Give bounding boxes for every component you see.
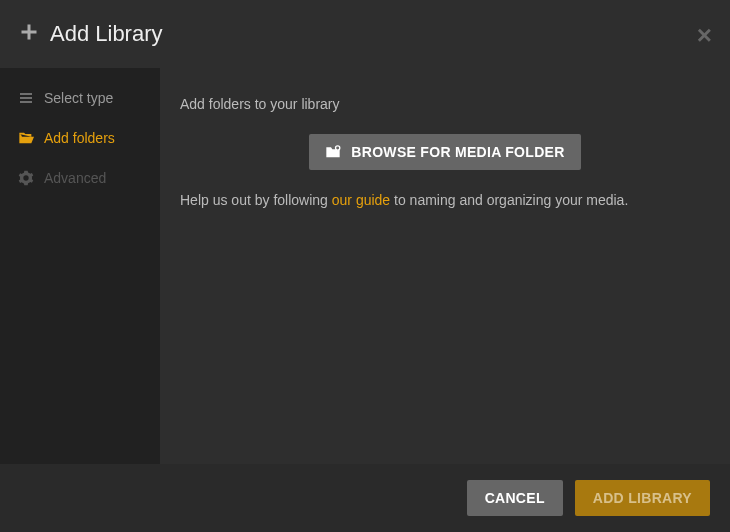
- sidebar-item-label: Add folders: [44, 130, 115, 146]
- browse-media-folder-button[interactable]: BROWSE FOR MEDIA FOLDER: [309, 134, 580, 170]
- content-description: Add folders to your library: [180, 96, 710, 112]
- help-prefix: Help us out by following: [180, 192, 332, 208]
- modal-body: Select type Add folders Advanced: [0, 68, 730, 464]
- header-title-group: Add Library: [20, 21, 163, 47]
- content-panel: Add folders to your library BROWSE FOR M…: [160, 68, 730, 464]
- sidebar-item-label: Select type: [44, 90, 113, 106]
- svg-point-5: [336, 146, 340, 150]
- svg-rect-1: [22, 31, 37, 34]
- sidebar-item-label: Advanced: [44, 170, 106, 186]
- list-icon: [18, 90, 34, 106]
- browse-row: BROWSE FOR MEDIA FOLDER: [180, 134, 710, 170]
- plus-icon: [20, 23, 38, 45]
- sidebar: Select type Add folders Advanced: [0, 68, 160, 464]
- sidebar-item-add-folders[interactable]: Add folders: [0, 118, 160, 158]
- svg-rect-4: [20, 101, 32, 102]
- folder-open-icon: [18, 130, 34, 146]
- modal-header: Add Library ×: [0, 0, 730, 68]
- guide-link[interactable]: our guide: [332, 192, 390, 208]
- add-library-modal: Add Library × Select type: [0, 0, 730, 532]
- close-icon: ×: [697, 20, 712, 50]
- modal-title: Add Library: [50, 21, 163, 47]
- help-suffix: to naming and organizing your media.: [390, 192, 628, 208]
- svg-rect-3: [20, 97, 32, 98]
- browse-button-label: BROWSE FOR MEDIA FOLDER: [351, 144, 564, 160]
- cancel-button[interactable]: CANCEL: [467, 480, 563, 516]
- folder-search-icon: [325, 145, 341, 159]
- help-text: Help us out by following our guide to na…: [180, 192, 710, 208]
- sidebar-item-select-type[interactable]: Select type: [0, 78, 160, 118]
- gear-icon: [18, 170, 34, 186]
- svg-rect-2: [20, 93, 32, 94]
- sidebar-item-advanced: Advanced: [0, 158, 160, 198]
- close-button[interactable]: ×: [697, 22, 712, 48]
- modal-footer: CANCEL ADD LIBRARY: [0, 464, 730, 532]
- add-library-button[interactable]: ADD LIBRARY: [575, 480, 710, 516]
